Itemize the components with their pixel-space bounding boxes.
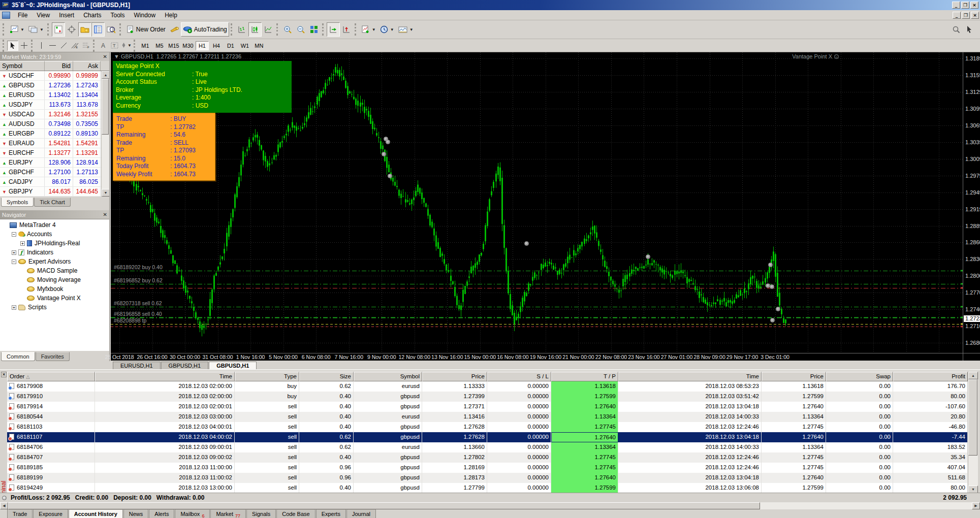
chart-plot-area[interactable]: ▼ GBPUSD,H1 1.27265 1.27267 1.27211 1.27… (111, 52, 963, 353)
column-header-size[interactable]: Size (299, 372, 354, 381)
column-header-time[interactable]: Time (95, 372, 235, 381)
timeframe-button-m15[interactable]: M15 (167, 41, 180, 50)
tree-expander-icon[interactable]: − (12, 260, 16, 264)
toolbar-grip[interactable] (276, 23, 279, 36)
timeframe-button-m1[interactable]: M1 (139, 41, 152, 50)
terminal-tab-news[interactable]: News (123, 509, 149, 518)
scroll-left-icon[interactable]: ◀ (0, 502, 8, 509)
market-watch-caption[interactable]: Market Watch: 23:19:59 ✕ (0, 52, 109, 61)
market-watch-row-gbpusd[interactable]: ▲GBPUSD1.272361.27243 (0, 81, 109, 90)
market-watch-row-eurchf[interactable]: ▼EURCHF1.132771.13291 (0, 148, 109, 158)
menu-item-tools[interactable]: Tools (106, 11, 130, 20)
line-chart-mode-button[interactable] (262, 22, 275, 37)
templates-button[interactable]: ▼ (396, 22, 416, 37)
market-watch-toggle-button[interactable] (52, 22, 65, 37)
terminal-tab-trade[interactable]: Trade (7, 509, 33, 518)
market-watch-row-audusd[interactable]: ▲AUDUSD0.734980.73505 (0, 119, 109, 129)
toolbar-grip[interactable] (134, 40, 137, 52)
terminal-close-icon[interactable]: ✕ (1, 372, 7, 377)
data-window-button[interactable] (65, 22, 78, 37)
toolbar-grip[interactable] (231, 23, 234, 36)
search-button[interactable] (950, 22, 963, 37)
column-header-swap[interactable]: Swap (826, 372, 893, 381)
navigator-item-metatrader-4[interactable]: MetaTrader 4 (0, 220, 109, 230)
child-close-button[interactable]: × (971, 12, 979, 19)
new-order-button[interactable]: New Order (124, 22, 168, 37)
terminal-tab-exposure[interactable]: Exposure (33, 509, 68, 518)
history-row-68179910[interactable]: 681799102018.12.03 02:00:00buy0.40gbpusd… (7, 392, 968, 402)
timeframe-button-d1[interactable]: D1 (224, 41, 237, 50)
cursor-tool-button[interactable] (7, 41, 18, 51)
ea-smiley-icon[interactable]: ☺ (834, 54, 839, 59)
chart-tab-0[interactable]: EURUSD,H1 (113, 362, 161, 369)
market-watch-column-symbol[interactable]: Symbol (0, 61, 45, 71)
navigator-item-indicators[interactable]: +ƒIndicators (0, 248, 109, 257)
tree-expander-icon[interactable]: − (12, 232, 16, 237)
trade-marker-icon[interactable] (776, 307, 780, 311)
horizontal-line-tool-button[interactable] (47, 41, 58, 51)
chart-tab-1[interactable]: GBPUSD,H1 (161, 362, 209, 369)
chart-tab-2[interactable]: GBPUSD,H1 (209, 362, 257, 369)
minimize-button[interactable]: _ (952, 2, 960, 9)
navigator-item-expert-advisors[interactable]: −Expert Advisors (0, 257, 109, 266)
new-chart-button[interactable]: ▼ (7, 22, 26, 37)
scroll-right-icon[interactable]: ▶ (972, 502, 980, 509)
history-row-68180544[interactable]: 681805442018.12.03 03:00:00sell0.40eurus… (7, 412, 968, 422)
terminal-tab-market[interactable]: Market 77 (210, 509, 246, 518)
navigator-toggle-button[interactable] (78, 22, 91, 37)
market-watch-scrollbar[interactable]: ▲ ▼ (101, 71, 109, 197)
market-watch-row-cadjpy[interactable]: ▲CADJPY86.01786.025 (0, 177, 109, 187)
toolbar-grip[interactable] (355, 23, 358, 36)
navigator-item-macd-sample[interactable]: MACD Sample (0, 266, 109, 275)
timeframe-button-w1[interactable]: W1 (238, 41, 251, 50)
scroll-up-icon[interactable]: ▲ (102, 71, 109, 79)
market-watch-column-ask[interactable]: Ask (73, 61, 101, 71)
scroll-down-icon[interactable]: ▼ (968, 485, 978, 493)
history-row-68194249[interactable]: 681942492018.12.03 13:00:00sell0.40gbpus… (7, 483, 968, 493)
child-restore-button[interactable]: ❐ (962, 12, 970, 19)
autotrading-button[interactable]: AutoTrading (181, 22, 229, 37)
profiles-button[interactable]: ▼ (26, 22, 46, 37)
chart-shift-button[interactable] (340, 22, 353, 37)
toolbar-grip[interactable] (47, 23, 50, 36)
market-watch-row-euraud[interactable]: ▼EURAUD1.542811.54291 (0, 139, 109, 148)
toolbar-grip[interactable] (3, 40, 6, 52)
text-tool-button[interactable]: A (98, 41, 109, 51)
child-minimize-button[interactable]: _ (953, 12, 961, 19)
chart-document-icon[interactable] (2, 12, 10, 19)
menu-item-file[interactable]: File (13, 11, 32, 20)
terminal-tab-signals[interactable]: Signals (246, 509, 276, 518)
toolbar-grip[interactable] (322, 23, 325, 36)
terminal-horizontal-scrollbar[interactable]: ◀ ▶ (0, 502, 980, 509)
table-header-row[interactable]: Order △TimeTypeSizeSymbolPriceS / LT / P… (7, 372, 968, 381)
column-header-sl[interactable]: S / L (487, 372, 551, 381)
bar-chart-mode-button[interactable] (235, 22, 248, 37)
close-icon[interactable]: ✕ (103, 212, 107, 217)
equidistant-channel-tool-button[interactable]: E (69, 41, 80, 51)
metaeditor-button[interactable] (168, 22, 181, 37)
column-header-profit[interactable]: Profit (893, 372, 968, 381)
tree-expander-icon[interactable]: + (12, 250, 16, 255)
terminal-tab-alerts[interactable]: Alerts (149, 509, 174, 518)
fibonacci-tool-button[interactable]: F (80, 41, 91, 51)
market-watch-row-eurjpy[interactable]: ▲EURJPY128.906128.914 (0, 158, 109, 168)
column-header-price[interactable]: Price (762, 372, 826, 381)
history-row-68179914[interactable]: 681799142018.12.03 02:00:01sell0.40gbpus… (7, 402, 968, 412)
price-axis[interactable]: 1.318951.315951.312951.309951.306951.303… (963, 52, 980, 353)
navigator-tab-common[interactable]: Common (1, 352, 35, 361)
crosshair-tool-button[interactable] (18, 41, 29, 51)
trendline-tool-button[interactable] (58, 41, 69, 51)
terminal-vertical-scrollbar[interactable]: ▲ ▼ (968, 372, 978, 493)
column-header-symbol[interactable]: Symbol (354, 372, 422, 381)
history-row-68189185[interactable]: 681891852018.12.03 11:00:00sell0.96gbpus… (7, 463, 968, 473)
market-watch-row-gbpjpy[interactable]: ▼GBPJPY144.635144.645 (0, 187, 109, 197)
timeframe-button-h1[interactable]: H1 (196, 41, 209, 50)
market-watch-tab-symbols[interactable]: Symbols (1, 198, 34, 207)
market-watch-row-eurusd[interactable]: ▲EURUSD1.134021.13404 (0, 90, 109, 100)
terminal-tab-journal[interactable]: Journal (346, 509, 376, 518)
market-watch-row-eurgbp[interactable]: ▲EURGBP0.891220.89130 (0, 129, 109, 139)
market-watch-row-gbpchf[interactable]: ▲GBPCHF1.271001.27113 (0, 168, 109, 177)
timeframe-button-h4[interactable]: H4 (210, 41, 223, 50)
column-header-order[interactable]: Order △ (7, 372, 95, 381)
auto-scroll-button[interactable] (327, 22, 340, 37)
